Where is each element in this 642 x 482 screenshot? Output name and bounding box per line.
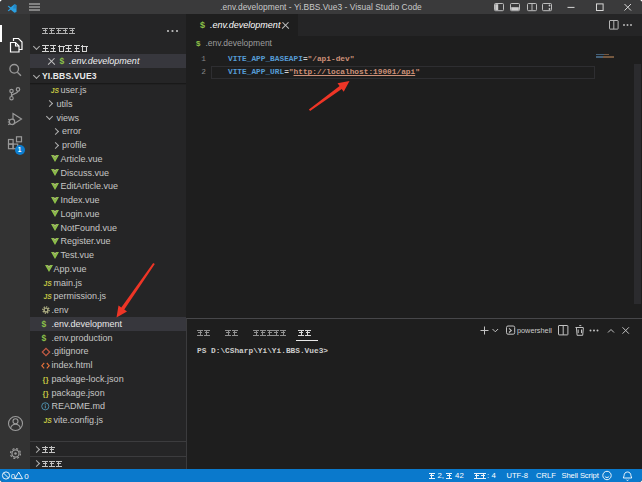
svg-text:powershell: powershell <box>517 326 552 335</box>
svg-text:0: 0 <box>11 472 16 481</box>
svg-text:0: 0 <box>24 472 29 481</box>
